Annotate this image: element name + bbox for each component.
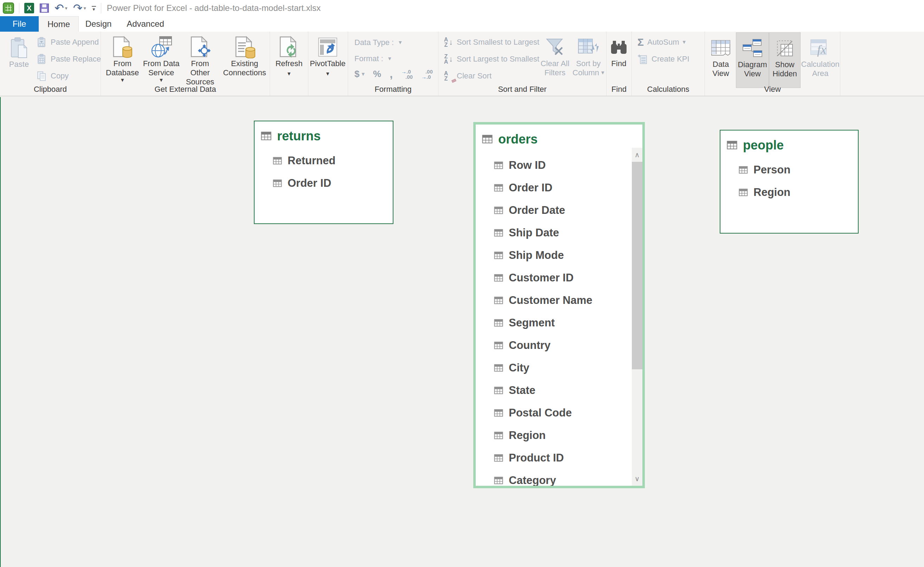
field-row[interactable]: Category — [476, 469, 626, 488]
tab-file[interactable]: File — [0, 16, 39, 32]
scroll-down-icon[interactable]: ∨ — [632, 472, 642, 486]
group-label-find: Find — [606, 85, 632, 94]
redo-button[interactable]: ↷ ▾ — [70, 1, 89, 15]
sort-az-icon: A ↓ Z — [443, 37, 453, 48]
field-row[interactable]: Segment — [476, 311, 626, 334]
field-row[interactable]: Order ID — [255, 172, 393, 194]
column-icon — [494, 364, 503, 372]
clear-filters-icon — [546, 35, 564, 59]
from-data-service-icon — [150, 35, 172, 59]
arrow-right-icon: → — [421, 74, 426, 80]
field-row[interactable]: Region — [720, 181, 858, 204]
clear-all-filters-button: Clear All Filters — [539, 32, 571, 87]
field-row[interactable]: Region — [476, 424, 626, 447]
field-row[interactable]: Country — [476, 334, 626, 356]
table-title[interactable]: orders — [476, 129, 642, 150]
sort-by-column-button: Sort by Column ▾ — [571, 32, 606, 87]
field-name: Customer Name — [509, 294, 592, 307]
data-view-button[interactable]: Data View — [706, 32, 736, 88]
save-button[interactable] — [37, 1, 52, 15]
undo-caret-icon[interactable]: ▾ — [65, 5, 68, 11]
column-icon — [494, 454, 503, 462]
column-icon — [494, 432, 503, 439]
column-icon — [494, 296, 503, 304]
column-icon — [494, 274, 503, 282]
scroll-up-icon[interactable]: ∧ — [632, 148, 642, 162]
orders-scrollbar[interactable]: ∧ ∨ — [632, 148, 642, 486]
create-kpi-button: Create KPI — [638, 51, 705, 67]
diagram-view-icon — [742, 36, 763, 60]
field-row[interactable]: State — [476, 379, 626, 402]
column-icon — [739, 188, 748, 196]
field-name: Row ID — [509, 159, 546, 171]
tab-advanced[interactable]: Advanced — [118, 16, 172, 32]
field-row[interactable]: City — [476, 356, 626, 379]
column-icon — [494, 161, 503, 169]
diagram-table-returns[interactable]: returns Returned Order ID — [254, 121, 393, 224]
field-name: Country — [509, 339, 550, 352]
dropdown-caret[interactable]: ▾ — [288, 71, 291, 77]
app-icon[interactable] — [0, 1, 17, 15]
column-icon — [494, 319, 503, 327]
dropdown-caret[interactable]: ▾ — [160, 77, 163, 83]
field-name: Ship Mode — [509, 249, 564, 262]
field-row[interactable]: Ship Date — [476, 222, 626, 244]
field-name: Ship Date — [509, 227, 559, 239]
table-icon — [482, 135, 493, 144]
column-icon — [273, 157, 282, 165]
field-name: Region — [509, 429, 546, 442]
sort-za-icon: Z ↓ A — [443, 54, 453, 65]
dropdown-caret[interactable]: ▾ — [326, 71, 330, 77]
scrollbar-thumb[interactable] — [632, 162, 642, 369]
tab-design[interactable]: Design — [79, 16, 118, 32]
find-binoculars-icon — [610, 35, 627, 59]
undo-button[interactable]: ↶ ▾ — [52, 1, 70, 15]
find-button[interactable]: Find — [607, 32, 631, 87]
from-database-button[interactable]: From Database ▾ — [103, 32, 142, 87]
diagram-table-people[interactable]: people Person Region — [720, 130, 859, 233]
pivottable-button[interactable]: PivotTable ▾ — [309, 32, 346, 87]
table-title[interactable]: people — [720, 135, 858, 156]
group-formatting: Data Type : ▾ Format : ▾ $ ▾ % , →.0 — [348, 32, 438, 96]
tab-home[interactable]: Home — [39, 16, 79, 32]
group-label-view: View — [705, 85, 840, 94]
divider — [19, 3, 20, 14]
existing-connections-button[interactable]: Existing Connections — [219, 32, 270, 87]
customize-qat-button[interactable]: ▾ — [89, 1, 99, 15]
paste-append-icon — [37, 37, 47, 48]
field-row[interactable]: Postal Code — [476, 402, 626, 424]
field-row[interactable]: Customer Name — [476, 289, 626, 311]
dropdown-caret[interactable]: ▾ — [121, 77, 124, 83]
field-row[interactable]: Order ID — [476, 177, 626, 199]
field-row[interactable]: Row ID — [476, 154, 626, 177]
field-name: Returned — [288, 154, 335, 167]
sort-largest-smallest-button: Z ↓ A Sort Largest to Smallest — [443, 51, 539, 67]
diagram-table-orders[interactable]: orders Row ID Order ID Order Date Ship D… — [473, 122, 645, 488]
table-title[interactable]: returns — [255, 126, 393, 147]
caret-down-icon: ▾ — [93, 8, 95, 11]
refresh-button[interactable]: Refresh ▾ — [272, 32, 307, 87]
field-name: Product ID — [509, 452, 564, 464]
group-label-sort-filter: Sort and Filter — [438, 85, 606, 94]
diagram-canvas[interactable]: returns Returned Order ID orders Row ID — [0, 97, 924, 567]
from-other-sources-button[interactable]: From Other Sources — [181, 32, 219, 87]
field-row[interactable]: Ship Mode — [476, 244, 626, 267]
table-name: returns — [277, 129, 321, 143]
field-row[interactable]: Order Date — [476, 199, 626, 222]
ribbon-tab-strip: File Home Design Advanced — [0, 16, 924, 32]
calculation-area-icon: fx — [810, 36, 831, 60]
column-icon — [494, 251, 503, 259]
from-data-service-button[interactable]: From Data Service ▾ — [142, 32, 180, 87]
field-row[interactable]: Product ID — [476, 447, 626, 469]
field-name: Order ID — [288, 177, 331, 190]
field-name: City — [509, 362, 530, 374]
redo-caret-icon[interactable]: ▾ — [84, 5, 86, 11]
field-row[interactable]: Person — [720, 159, 858, 181]
diagram-view-button[interactable]: Diagram View — [736, 32, 769, 88]
field-row[interactable]: Returned — [255, 149, 393, 172]
dollar-icon: $ — [354, 69, 359, 80]
data-view-icon — [711, 36, 731, 60]
excel-icon[interactable]: X — [21, 1, 37, 15]
field-row[interactable]: Customer ID — [476, 267, 626, 289]
show-hidden-button[interactable]: Show Hidden — [769, 32, 801, 88]
